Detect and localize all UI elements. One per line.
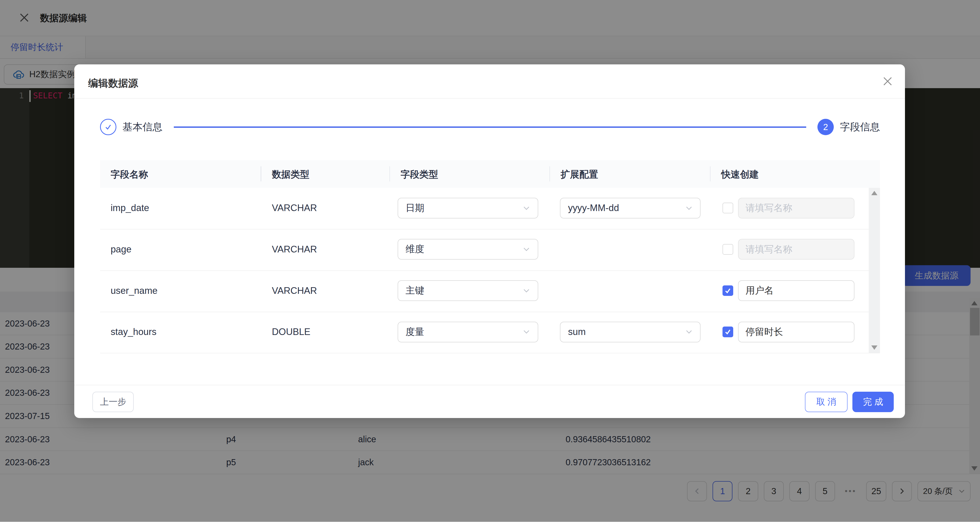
- step-2-circle: 2: [818, 119, 834, 135]
- field-data-type: VARCHAR: [272, 286, 317, 296]
- field-type-select[interactable]: 日期: [398, 198, 538, 219]
- chevron-down-icon: [685, 328, 693, 335]
- ext-config-select[interactable]: yyyy-MM-dd: [560, 198, 700, 219]
- quick-create-name-input[interactable]: [738, 280, 854, 301]
- modal-footer: 上一步 取 消 完 成: [74, 385, 905, 418]
- aggregation-select[interactable]: sum: [560, 322, 700, 342]
- column-divider: [390, 166, 390, 181]
- quick-create-checkbox[interactable]: [722, 327, 733, 337]
- field-row-imp-date: imp_date VARCHAR 日期 yyyy-MM-dd: [100, 188, 880, 230]
- col-data-type: 数据类型: [272, 168, 309, 181]
- chevron-down-icon: [523, 246, 530, 253]
- step-1-done-circle: [100, 119, 116, 135]
- col-field-type: 字段类型: [401, 168, 438, 181]
- edit-datasource-modal: 编辑数据源 基本信息 2 字段信息 字段名称 数据类型 字段类型 扩展配置: [74, 64, 905, 418]
- field-name: page: [110, 244, 131, 255]
- column-divider: [710, 166, 711, 181]
- done-button[interactable]: 完 成: [853, 392, 894, 412]
- field-type-select[interactable]: 主键: [398, 280, 538, 301]
- scroll-down-icon[interactable]: [871, 345, 877, 350]
- field-type-value: 日期: [406, 202, 424, 214]
- step-2-label[interactable]: 字段信息: [840, 120, 880, 134]
- field-data-type: VARCHAR: [272, 203, 317, 213]
- column-divider: [261, 166, 261, 181]
- aggregation-value: sum: [568, 327, 586, 337]
- stepper-connector: [174, 126, 806, 128]
- column-divider: [549, 166, 550, 181]
- modal-title: 编辑数据源: [88, 77, 138, 90]
- scroll-up-icon[interactable]: [871, 191, 877, 195]
- quick-create-checkbox[interactable]: [722, 286, 733, 296]
- ext-config-value: yyyy-MM-dd: [568, 203, 619, 213]
- field-row-page: page VARCHAR 维度: [100, 229, 880, 271]
- field-row-stay-hours: stay_hours DOUBLE 度量 sum: [100, 312, 880, 354]
- quick-create-checkbox[interactable]: [722, 244, 733, 255]
- cancel-button[interactable]: 取 消: [805, 392, 848, 412]
- modal-close-icon[interactable]: [882, 76, 893, 87]
- field-name: stay_hours: [110, 327, 156, 337]
- screen: 数据源编辑 停留时长统计 H2数据实例 1 SELECT imp 生成数据源 i…: [0, 0, 980, 522]
- chevron-down-icon: [523, 204, 530, 212]
- fields-table-header: 字段名称 数据类型 字段类型 扩展配置 快速创建: [100, 160, 880, 188]
- quick-create-checkbox[interactable]: [722, 203, 733, 213]
- field-type-select[interactable]: 维度: [398, 239, 538, 260]
- field-name: imp_date: [110, 203, 149, 213]
- field-type-value: 度量: [406, 326, 424, 338]
- quick-create-name-input[interactable]: [738, 198, 854, 219]
- field-data-type: VARCHAR: [272, 244, 317, 255]
- step-2-number: 2: [823, 122, 828, 132]
- chevron-down-icon: [523, 287, 530, 294]
- quick-create-name-input[interactable]: [738, 239, 854, 260]
- chevron-down-icon: [523, 328, 530, 335]
- field-name: user_name: [110, 286, 158, 296]
- col-ext-config: 扩展配置: [561, 168, 598, 181]
- field-type-value: 主键: [406, 284, 424, 297]
- field-type-value: 维度: [406, 243, 424, 255]
- previous-step-button[interactable]: 上一步: [92, 392, 134, 412]
- quick-create-name-input[interactable]: [738, 322, 854, 342]
- check-icon: [104, 123, 112, 131]
- stepper: 基本信息 2 字段信息: [100, 119, 880, 135]
- col-field-name: 字段名称: [110, 168, 148, 181]
- step-1-label[interactable]: 基本信息: [123, 120, 162, 134]
- field-type-select[interactable]: 度量: [398, 322, 538, 342]
- check-icon: [724, 328, 732, 335]
- modal-header: 编辑数据源: [74, 64, 905, 99]
- fields-table-scrollbar[interactable]: [869, 188, 880, 353]
- field-row-user-name: user_name VARCHAR 主键: [100, 270, 880, 312]
- chevron-down-icon: [685, 204, 693, 212]
- col-quick-create: 快速创建: [721, 168, 759, 181]
- check-icon: [724, 287, 732, 294]
- field-data-type: DOUBLE: [272, 327, 310, 337]
